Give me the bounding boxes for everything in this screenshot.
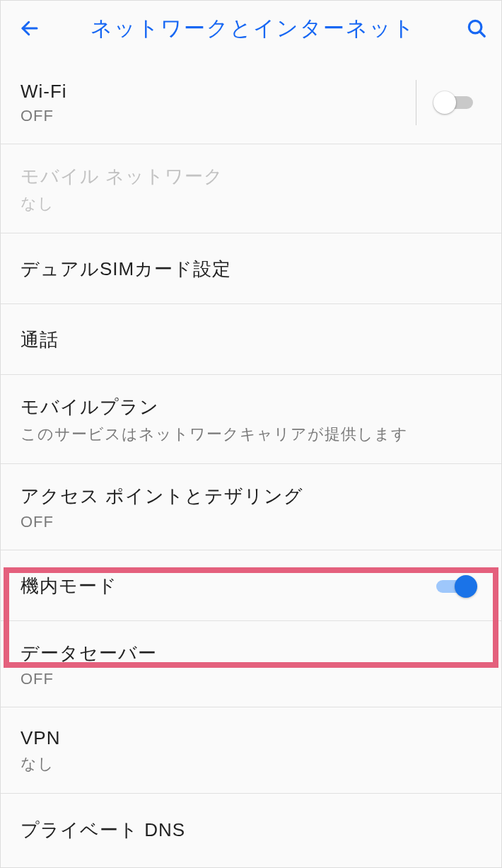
row-wifi[interactable]: Wi-Fi OFF: [1, 60, 501, 144]
app-bar: ネットワークとインターネット: [1, 1, 501, 56]
row-call-texts: 通話: [21, 328, 477, 352]
row-tethering-subtitle: OFF: [21, 513, 477, 531]
row-wifi-texts: Wi-Fi OFF: [21, 81, 407, 125]
row-call[interactable]: 通話: [1, 304, 501, 375]
row-mobile-network-title: モバイル ネットワーク: [21, 164, 477, 189]
row-wifi-title: Wi-Fi: [21, 81, 407, 103]
arrow-left-icon: [19, 18, 40, 39]
row-vpn-subtitle: なし: [21, 753, 477, 775]
row-wifi-subtitle: OFF: [21, 107, 407, 125]
row-mobile-network: モバイル ネットワーク なし: [1, 144, 501, 233]
airplane-mode-toggle[interactable]: [432, 572, 477, 601]
row-data-saver-texts: データセーバー OFF: [21, 641, 477, 688]
row-dual-sim-title: デュアルSIMカード設定: [21, 257, 477, 282]
row-private-dns[interactable]: プライベート DNS: [1, 794, 501, 864]
wifi-toggle[interactable]: [432, 88, 477, 117]
search-button[interactable]: [459, 14, 487, 42]
row-data-saver[interactable]: データセーバー OFF: [1, 621, 501, 707]
row-mobile-plan-texts: モバイルプラン このサービスはネットワークキャリアが提供します: [21, 395, 477, 445]
switch-thumb: [455, 575, 477, 598]
row-dual-sim[interactable]: デュアルSIMカード設定: [1, 233, 501, 304]
row-airplane-mode-title: 機内モード: [21, 574, 432, 598]
svg-line-2: [480, 32, 485, 37]
row-vpn[interactable]: VPN なし: [1, 707, 501, 794]
back-button[interactable]: [19, 14, 47, 42]
row-airplane-mode[interactable]: 機内モード: [1, 550, 501, 621]
row-vpn-texts: VPN なし: [21, 727, 477, 775]
row-airplane-mode-texts: 機内モード: [21, 574, 432, 598]
row-private-dns-texts: プライベート DNS: [21, 818, 477, 843]
row-vpn-title: VPN: [21, 727, 477, 749]
row-mobile-plan-subtitle: このサービスはネットワークキャリアが提供します: [21, 424, 477, 445]
row-mobile-plan[interactable]: モバイルプラン このサービスはネットワークキャリアが提供します: [1, 375, 501, 464]
page-title: ネットワークとインターネット: [47, 14, 459, 43]
row-tethering[interactable]: アクセス ポイントとテザリング OFF: [1, 464, 501, 550]
row-call-title: 通話: [21, 328, 477, 352]
row-mobile-network-texts: モバイル ネットワーク なし: [21, 164, 477, 214]
vertical-divider: [416, 80, 416, 125]
row-mobile-network-subtitle: なし: [21, 193, 477, 214]
row-tethering-texts: アクセス ポイントとテザリング OFF: [21, 484, 477, 531]
row-mobile-plan-title: モバイルプラン: [21, 395, 477, 419]
settings-list: Wi-Fi OFF モバイル ネットワーク なし デュアルSIMカード設定 通話…: [1, 60, 501, 864]
row-data-saver-subtitle: OFF: [21, 670, 477, 688]
search-icon: [466, 18, 487, 39]
switch-thumb: [433, 91, 456, 114]
row-tethering-title: アクセス ポイントとテザリング: [21, 484, 477, 509]
row-dual-sim-texts: デュアルSIMカード設定: [21, 257, 477, 282]
row-private-dns-title: プライベート DNS: [21, 818, 477, 843]
row-data-saver-title: データセーバー: [21, 641, 477, 666]
